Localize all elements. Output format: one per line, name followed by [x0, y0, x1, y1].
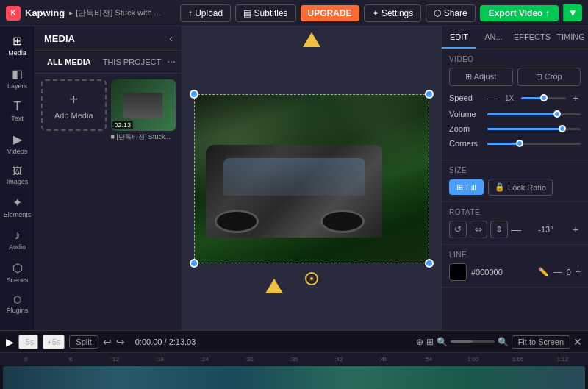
volume-label: Volume: [449, 110, 483, 118]
sidebar-item-scenes[interactable]: ⬡ Scenes: [1, 257, 34, 288]
fit-to-screen-button[interactable]: Fit to Screen: [512, 335, 570, 349]
sidebar-label-media: Media: [8, 49, 26, 57]
media-icon: ⊞: [12, 34, 22, 48]
flip-h-button[interactable]: ⇔: [470, 221, 487, 238]
tab-effects[interactable]: EFFECTS: [511, 26, 553, 49]
video-canvas[interactable]: [194, 94, 429, 263]
tab-this-project[interactable]: THIS PROJECT: [97, 55, 167, 68]
ruler-mark-112: 1:12: [540, 356, 585, 363]
sidebar-item-audio[interactable]: ♪ Audio: [1, 224, 34, 255]
video-track[interactable]: [3, 366, 585, 389]
flip-v-button[interactable]: ⇕: [490, 221, 508, 238]
media-thumbnail[interactable]: 02:13 ■ [단독비전] Stuck...: [111, 79, 176, 142]
tab-timing[interactable]: TIMING: [553, 26, 588, 49]
media-tabs: ALL MEDIA THIS PROJECT ···: [35, 51, 182, 74]
zoom-in-button[interactable]: 🔍: [498, 337, 509, 347]
sidebar-item-plugins[interactable]: ⬡ Plugins: [1, 290, 34, 318]
upgrade-button[interactable]: UPGRADE: [301, 5, 359, 21]
zoom-slider-thumb[interactable]: [559, 125, 566, 132]
media-thumb-label: ■ [단독비전] Stuck...: [111, 132, 176, 142]
handle-bottom-right[interactable]: [425, 259, 434, 268]
sidebar-item-media[interactable]: ⊞ Media: [1, 29, 34, 61]
rotate-handle-inner: [309, 276, 315, 282]
zoom-slider[interactable]: [487, 128, 581, 130]
volume-slider-thumb[interactable]: [553, 110, 561, 118]
lock-ratio-button[interactable]: 🔒 ⊡ Lock Ratio Lock Ratio: [488, 179, 553, 196]
corners-row: Corners: [449, 139, 581, 148]
undo-button[interactable]: ↩: [103, 336, 112, 348]
tab-animate[interactable]: AN...: [476, 26, 511, 49]
size-section: SIZE ⊞ ⊞ Fill Fill 🔒 ⊡ Lock Ratio Lock R…: [442, 160, 588, 202]
speed-slider[interactable]: [521, 97, 566, 99]
redo-button[interactable]: ↪: [116, 336, 125, 348]
animate-label: AN...: [484, 32, 502, 41]
sidebar-item-images[interactable]: 🖼 Images: [1, 161, 34, 190]
add-icon: +: [69, 91, 78, 108]
share-button[interactable]: ⬡ Share: [426, 4, 475, 22]
settings-button[interactable]: ✦ Settings: [364, 4, 422, 22]
sidebar-label-text: Text: [11, 115, 24, 122]
corners-slider[interactable]: [487, 143, 581, 145]
fill-icon: ⊞: [456, 182, 463, 192]
timeline-right-controls: ⊕ ⊞ 🔍 🔍 Fit to Screen ✕: [416, 335, 582, 349]
color-swatch[interactable]: [449, 263, 467, 281]
add-media-button[interactable]: + Add Media: [41, 79, 107, 131]
sidebar-item-elements[interactable]: ✦ Elements: [1, 191, 34, 223]
rotate-decrease[interactable]: —: [511, 224, 521, 235]
volume-row: Volume: [449, 110, 581, 118]
handle-bottom-left[interactable]: [190, 259, 198, 268]
opacity-increase[interactable]: +: [576, 267, 581, 277]
media-tab-options[interactable]: ···: [167, 55, 176, 68]
speed-label: Speed: [449, 93, 483, 102]
zoom-slider-timeline[interactable]: [451, 340, 495, 343]
speed-decrease[interactable]: —: [487, 92, 498, 104]
volume-slider-fill: [487, 113, 557, 115]
timeline-merge-icon[interactable]: ⊞: [426, 337, 434, 347]
timeline-ruler: :0 :6 :12 :18 :24 :30 :36 :42 :48 :54 1:…: [0, 353, 588, 365]
video-buttons: ⊞ Adjust ⊡ Crop: [449, 68, 581, 86]
timeline-magnet-icon[interactable]: ⊕: [416, 337, 423, 347]
export-button[interactable]: Export Video ↑: [480, 5, 559, 21]
fill-button[interactable]: ⊞ ⊞ Fill Fill: [449, 179, 484, 195]
yellow-arrow-up-top: [303, 32, 320, 47]
size-row: ⊞ ⊞ Fill Fill 🔒 ⊡ Lock Ratio Lock Ratio: [449, 179, 581, 196]
rotate-increase[interactable]: +: [570, 224, 581, 235]
adjust-button[interactable]: ⊞ Adjust: [449, 68, 513, 86]
media-thumb-image[interactable]: 02:13: [111, 79, 176, 131]
export-dropdown-button[interactable]: ▼: [563, 4, 582, 21]
rotate-ccw-button[interactable]: ↺: [449, 221, 467, 238]
subtitles-button[interactable]: ▤ Subtitles: [235, 4, 295, 22]
upload-button[interactable]: ↑ Upload: [180, 4, 231, 22]
color-picker-icon[interactable]: ✏️: [538, 267, 549, 277]
media-panel-close-button[interactable]: ‹: [169, 32, 173, 44]
crop-button[interactable]: ⊡ Crop: [517, 68, 581, 86]
skip-forward-button[interactable]: +5s: [43, 335, 65, 349]
ruler-mark-42: :42: [316, 356, 361, 363]
ruler-mark-106: 1:06: [495, 356, 540, 363]
rotate-section-label: ROTATE: [449, 208, 581, 216]
zoom-out-button[interactable]: 🔍: [437, 337, 448, 347]
tab-edit[interactable]: EDIT: [442, 26, 476, 49]
play-button[interactable]: ▶: [6, 336, 14, 348]
size-section-label: SIZE: [449, 166, 581, 174]
sidebar-item-text[interactable]: T Text: [1, 96, 34, 126]
app-logo: K Kapwing ▸ [단독비전] Stuck with ...: [6, 6, 161, 21]
split-button[interactable]: Split: [69, 335, 98, 349]
timeline-close-button[interactable]: ✕: [573, 336, 582, 348]
speed-increase[interactable]: +: [570, 92, 581, 104]
rotate-handle[interactable]: [305, 272, 318, 285]
opacity-decrease[interactable]: —: [553, 267, 562, 277]
media-grid: + Add Media 02:13 ■ [단독비전] Stuck...: [35, 74, 182, 148]
canvas-area[interactable]: [182, 26, 441, 330]
handle-top-left[interactable]: [190, 90, 198, 99]
volume-slider[interactable]: [487, 113, 581, 115]
skip-back-button[interactable]: -5s: [18, 335, 38, 349]
speed-slider-thumb[interactable]: [540, 94, 548, 101]
sidebar-item-videos[interactable]: ▶ Videos: [1, 128, 34, 160]
tab-all-media[interactable]: ALL MEDIA: [41, 55, 97, 68]
handle-top-right[interactable]: [425, 90, 434, 99]
ruler-mark-30: :30: [227, 356, 272, 363]
corners-slider-thumb[interactable]: [516, 140, 523, 147]
ruler-mark-18: :18: [137, 356, 182, 363]
sidebar-item-layers[interactable]: ◧ Layers: [1, 63, 34, 94]
